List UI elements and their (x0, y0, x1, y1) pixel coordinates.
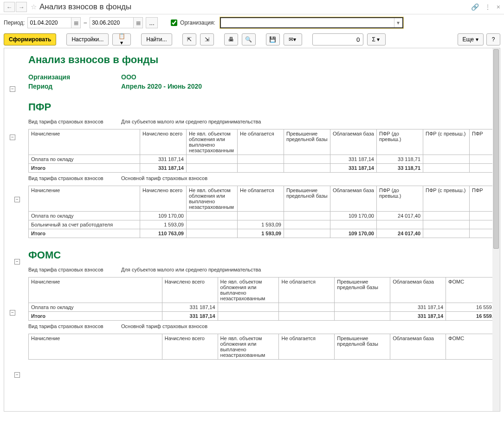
tariff-label: Вид тарифа страховых взносов (28, 119, 121, 124)
table-row[interactable]: Оплата по окладу 331 187,14 331 187,14 1… (29, 303, 501, 312)
table-header-row: Начисление Начислено всего Не явл. объек… (29, 334, 501, 360)
cell (187, 229, 238, 238)
generate-button[interactable]: Сформировать (4, 33, 56, 45)
settings-button[interactable]: Настройки... (66, 33, 109, 45)
org-dropdown-icon[interactable]: ▾ (394, 18, 402, 27)
column-header: ПФР (до превыш.) (377, 129, 423, 155)
cell: 24 017,40 (377, 212, 423, 220)
collapse-toggle[interactable]: − (14, 259, 20, 265)
column-header: Превышение предельной базы (335, 334, 390, 360)
cell (187, 220, 238, 229)
cell (423, 164, 470, 173)
column-header: ПФР (с превыш.) (423, 129, 470, 155)
column-header: Облагаемая база (330, 129, 377, 155)
cell (423, 229, 470, 238)
column-header: Не облагается (238, 186, 284, 212)
collapse-toggle[interactable]: − (10, 135, 15, 140)
cell: 1 593,09 (238, 229, 284, 238)
column-header: Превышение предельной базы (284, 186, 330, 212)
cell (187, 212, 238, 220)
cell: Оплата по окладу (29, 155, 140, 164)
cell: 109 170,00 (330, 212, 377, 220)
copy-dropdown-button[interactable]: 📋▾ (112, 33, 131, 45)
titlebar: ← → ☆ Анализ взносов в фонды 🔗 ⋮ × (0, 0, 504, 14)
vertical-scrollbar[interactable] (492, 48, 500, 411)
column-header: Начислено всего (162, 278, 218, 303)
cell (423, 220, 470, 229)
calendar-icon[interactable]: ▦ (134, 17, 143, 28)
save-button[interactable]: 💾 (266, 33, 280, 45)
column-header: Начислено всего (140, 129, 187, 155)
cell: Итого (29, 164, 140, 173)
back-button[interactable]: ← (4, 2, 15, 12)
close-icon[interactable]: × (497, 3, 500, 11)
column-header: Начислено всего (140, 186, 187, 212)
forward-button[interactable]: → (16, 2, 27, 12)
cell (187, 155, 238, 164)
table-total-row[interactable]: Итого 331 187,14 331 187,14 16 559,36 (29, 312, 501, 321)
column-header: Начислено всего (162, 334, 218, 360)
sum-value-input[interactable] (312, 33, 363, 45)
collapse-toggle[interactable]: − (14, 372, 20, 378)
expand-button[interactable]: ⇱ (182, 33, 196, 45)
tariff-value: Основной тариф страховых взносов (121, 175, 207, 181)
email-button[interactable]: ✉▾ (284, 33, 302, 45)
column-header: ПФР (до превыш.) (377, 186, 423, 212)
cell (238, 212, 284, 220)
help-button[interactable]: ? (486, 33, 500, 45)
sigma-button[interactable]: Σ ▾ (367, 33, 386, 45)
cell: Оплата по окладу (29, 212, 140, 220)
favorite-icon[interactable]: ☆ (31, 3, 37, 11)
meta-org-label: Организация (28, 73, 121, 81)
table-total-row[interactable]: Итого 331 187,14 331 187,14 33 118,71 (29, 164, 501, 173)
cell (284, 212, 330, 220)
cell: 33 118,71 (377, 164, 423, 173)
tariff-value: Для субъектов малого или среднего предпр… (121, 267, 261, 272)
print-button[interactable]: 🖶 (224, 33, 238, 45)
outline-column: − − − − − − (4, 48, 21, 411)
pfr-table-1: Начисление Начислено всего Не явл. объек… (28, 129, 500, 173)
table-row[interactable]: Оплата по окладу 109 170,00 109 170,00 2… (29, 212, 501, 220)
table-total-row[interactable]: Итого 110 763,09 1 593,09 109 170,00 24 … (29, 229, 501, 238)
period-picker-button[interactable]: ... (146, 17, 158, 28)
org-checkbox[interactable] (171, 19, 177, 26)
column-header: Не облагается (279, 278, 335, 303)
calendar-icon[interactable]: ▦ (71, 17, 81, 28)
table-row[interactable]: Больничный за счет работодателя 1 593,09… (29, 220, 501, 229)
find-button[interactable]: Найти... (141, 33, 172, 45)
cell (377, 220, 423, 229)
collapse-toggle[interactable]: − (10, 310, 15, 316)
meta-period-label: Период (28, 83, 121, 90)
column-header: ПФР (с превыш.) (423, 186, 470, 212)
date-from-input[interactable] (27, 17, 71, 28)
foms-table-1: Начисление Начислено всего Не явл. объек… (28, 277, 500, 321)
scroll-thumb[interactable] (493, 49, 499, 249)
table-row[interactable]: Оплата по окладу 331 187,14 331 187,14 3… (29, 155, 501, 164)
link-icon[interactable]: 🔗 (471, 3, 479, 11)
cell: 331 187,14 (162, 312, 218, 321)
table-header-row: Начисление Начислено всего Не явл. объек… (29, 278, 501, 303)
cell: Итого (29, 312, 162, 321)
collapse-toggle[interactable]: − (10, 86, 15, 92)
column-header: Превышение предельной базы (335, 278, 390, 303)
org-input[interactable] (221, 18, 394, 27)
column-header: Не явл. объектом обложения или выплачено… (187, 186, 238, 212)
column-header: Начисление (29, 334, 162, 360)
period-label: Период: (4, 19, 25, 26)
more-icon[interactable]: ⋮ (485, 3, 491, 11)
column-header: Не явл. объектом обложения или выплачено… (218, 334, 279, 360)
cell: 331 187,14 (140, 155, 187, 164)
more-button[interactable]: Еще ▾ (458, 33, 484, 45)
report-title: Анализ взносов в фонды (28, 54, 500, 66)
date-to-input[interactable] (90, 17, 134, 28)
window-title: Анализ взносов в фонды (39, 2, 131, 12)
collapse-toggle[interactable]: − (14, 197, 20, 202)
tariff-value: Основной тариф страховых взносов (121, 323, 207, 329)
preview-button[interactable]: 🔍 (242, 33, 256, 45)
table-header-row: Начисление Начислено всего Не явл. объек… (29, 186, 501, 212)
cell: 331 187,14 (330, 164, 377, 173)
cell: 109 170,00 (330, 229, 377, 238)
collapse-button[interactable]: ⇲ (200, 33, 214, 45)
tariff-label: Вид тарифа страховых взносов (28, 175, 121, 181)
meta-period-value: Апрель 2020 - Июнь 2020 (121, 83, 202, 90)
